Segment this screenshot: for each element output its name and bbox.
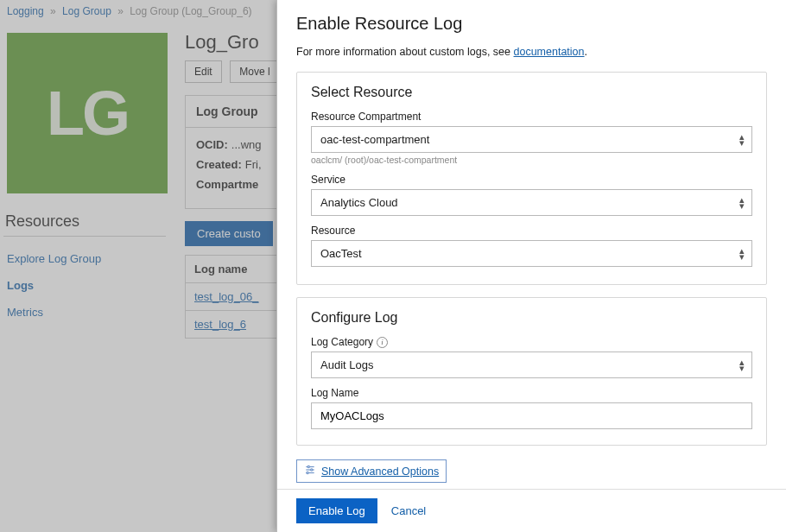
resource-select[interactable]: OacTest — [311, 240, 752, 267]
intro-text: For more information about custom logs, … — [296, 46, 514, 58]
drawer-title: Enable Resource Log — [296, 14, 767, 34]
compartment-label: Resource Compartment — [311, 111, 752, 123]
log-category-label: Log Category i — [311, 336, 752, 348]
select-resource-header: Select Resource — [311, 85, 752, 100]
svg-point-1 — [307, 466, 309, 467]
documentation-link[interactable]: documentation — [514, 46, 585, 58]
drawer-intro: For more information about custom logs, … — [296, 46, 767, 58]
sliders-icon — [304, 464, 316, 478]
svg-point-3 — [311, 469, 313, 471]
compartment-path: oaclcm/ (root)/oac-test-compartment — [311, 155, 752, 165]
info-icon[interactable]: i — [377, 337, 388, 348]
log-category-label-text: Log Category — [311, 336, 373, 348]
cancel-link[interactable]: Cancel — [391, 504, 426, 517]
svg-point-5 — [307, 472, 308, 473]
select-resource-card: Select Resource Resource Compartment oac… — [296, 72, 767, 285]
log-category-select[interactable]: Audit Logs — [311, 352, 752, 378]
chevron-updown-icon — [739, 134, 745, 146]
service-label: Service — [311, 174, 752, 186]
chevron-updown-icon — [739, 248, 745, 260]
show-advanced-options[interactable]: Show Advanced Options — [296, 459, 447, 483]
show-advanced-link[interactable]: Show Advanced Options — [321, 466, 439, 478]
chevron-updown-icon — [739, 197, 745, 209]
log-category-value: Audit Logs — [320, 358, 373, 371]
configure-log-card: Configure Log Log Category i Audit Logs … — [296, 297, 767, 446]
log-name-input[interactable] — [311, 402, 752, 429]
configure-log-header: Configure Log — [311, 310, 752, 326]
service-select[interactable]: Analytics Cloud — [311, 189, 752, 216]
drawer-footer: Enable Log Cancel — [277, 489, 786, 532]
enable-log-button[interactable]: Enable Log — [296, 498, 377, 523]
enable-log-drawer: Enable Resource Log For more information… — [276, 0, 786, 532]
resource-value: OacTest — [320, 247, 362, 260]
compartment-select[interactable]: oac-test-compartment — [311, 126, 752, 153]
log-name-label: Log Name — [311, 387, 752, 399]
chevron-updown-icon — [739, 359, 745, 371]
service-value: Analytics Cloud — [320, 196, 398, 209]
compartment-value: oac-test-compartment — [320, 133, 429, 146]
resource-label: Resource — [311, 225, 752, 237]
